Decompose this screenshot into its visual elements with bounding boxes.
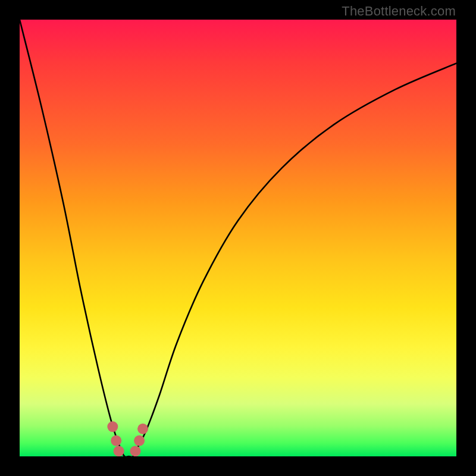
- bottleneck-curve: [20, 20, 456, 456]
- curve-marker: [114, 446, 124, 456]
- chart-frame: TheBottleneck.com: [0, 0, 476, 476]
- attribution-label: TheBottleneck.com: [342, 4, 456, 19]
- curve-marker: [130, 446, 141, 456]
- curve-marker: [107, 421, 118, 432]
- curve-marker: [111, 436, 121, 446]
- plot-area: [20, 20, 456, 456]
- curve-marker: [137, 424, 148, 434]
- curve-marker: [134, 436, 145, 446]
